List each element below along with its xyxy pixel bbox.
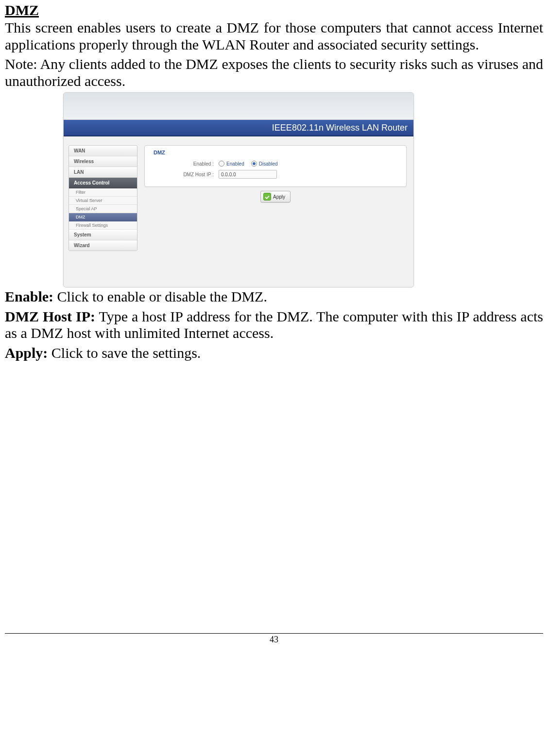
nav-wireless[interactable]: Wireless xyxy=(69,156,137,167)
nav-virtual-server[interactable]: Virtual Server xyxy=(69,197,137,205)
row-enabled: Enabled : Enabled Disabled xyxy=(151,158,400,169)
dmz-panel: DMZ Enabled : Enabled Disabled xyxy=(144,145,407,187)
enable-description: Enable: Click to enable or disable the D… xyxy=(5,288,543,305)
apply-text: Click to save the settings. xyxy=(48,345,201,361)
content-column: DMZ Enabled : Enabled Disabled xyxy=(137,136,413,287)
nav-filter[interactable]: Filter xyxy=(69,188,137,197)
nav-wan[interactable]: WAN xyxy=(69,146,137,156)
check-icon xyxy=(263,193,271,201)
row-host-ip: DMZ Host IP : 0.0.0.0 xyxy=(151,169,400,180)
enabled-label: Enabled : xyxy=(151,161,219,167)
nav-dmz[interactable]: DMZ xyxy=(69,213,137,221)
apply-row: Apply xyxy=(144,187,407,202)
enable-text: Click to enable or disable the DMZ. xyxy=(53,288,267,304)
hostip-input[interactable]: 0.0.0.0 xyxy=(219,170,277,179)
router-banner xyxy=(64,93,413,120)
nav-column: WAN Wireless LAN Access Control Filter V… xyxy=(64,136,137,287)
screenshot-container: IEEE802.11n Wireless LAN Router WAN Wire… xyxy=(63,92,413,287)
nav-firewall[interactable]: Firewall Settings xyxy=(69,221,137,230)
nav-access-control[interactable]: Access Control xyxy=(69,178,137,188)
hostip-label: DMZ Host IP : xyxy=(151,172,219,177)
intro-paragraph: This screen enables users to create a DM… xyxy=(5,19,543,53)
router-body: WAN Wireless LAN Access Control Filter V… xyxy=(64,136,413,287)
router-title: IEEE802.11n Wireless LAN Router xyxy=(272,123,408,133)
radio-disabled[interactable] xyxy=(251,161,257,167)
page-number: 43 xyxy=(270,635,278,644)
enable-label: Enable: xyxy=(5,288,53,304)
note-paragraph: Note: Any clients added to the DMZ expos… xyxy=(5,56,543,89)
router-title-bar: IEEE802.11n Wireless LAN Router xyxy=(64,120,413,136)
section-heading: DMZ xyxy=(5,2,543,18)
page-footer: 43 xyxy=(5,633,543,645)
router-ui: IEEE802.11n Wireless LAN Router WAN Wire… xyxy=(63,92,414,287)
apply-button[interactable]: Apply xyxy=(260,191,291,202)
apply-label-text: Apply: xyxy=(5,345,48,361)
hostip-description: DMZ Host IP: Type a host IP address for … xyxy=(5,308,543,342)
nav-lan[interactable]: LAN xyxy=(69,167,137,178)
nav-special-ap[interactable]: Special AP xyxy=(69,205,137,213)
radio-enabled-label: Enabled xyxy=(226,161,244,167)
hostip-label-text: DMZ Host IP: xyxy=(5,308,95,324)
document-page: DMZ This screen enables users to create … xyxy=(0,0,548,655)
radio-disabled-label: Disabled xyxy=(259,161,278,167)
nav-wizard[interactable]: Wizard xyxy=(69,240,137,251)
radio-enabled[interactable] xyxy=(219,161,224,167)
nav-system[interactable]: System xyxy=(69,230,137,240)
panel-title: DMZ xyxy=(151,150,400,158)
apply-button-label: Apply xyxy=(273,194,285,200)
apply-description: Apply: Click to save the settings. xyxy=(5,345,543,362)
nav-panel: WAN Wireless LAN Access Control Filter V… xyxy=(68,145,137,251)
enabled-radio-group: Enabled Disabled xyxy=(219,161,278,167)
